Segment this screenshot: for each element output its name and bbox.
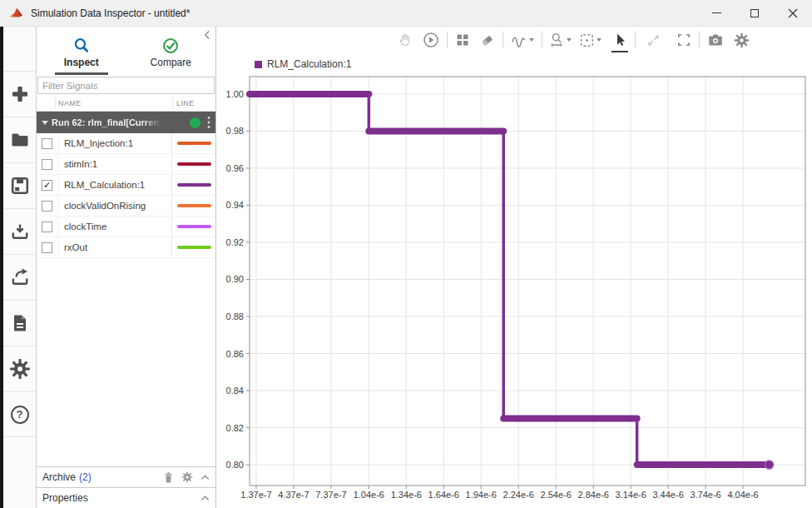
pan-button[interactable] (396, 29, 414, 51)
tab-compare-label: Compare (151, 57, 191, 68)
chevron-up-icon[interactable] (201, 474, 210, 481)
properties-section-header[interactable]: Properties (37, 487, 215, 508)
open-session-button[interactable] (3, 117, 36, 162)
inspect-magnifier-icon (73, 37, 90, 54)
signal-checkbox[interactable] (42, 180, 52, 191)
table-row[interactable]: RLM_Injection:1 (37, 133, 215, 154)
svg-text:3.14e-6: 3.14e-6 (615, 490, 646, 500)
layout-grid-icon (455, 32, 470, 47)
replay-button[interactable] (421, 29, 441, 51)
pointer-select-button[interactable] (611, 29, 629, 51)
diagonal-arrows-icon (646, 32, 661, 48)
svg-text:0.90: 0.90 (226, 274, 244, 284)
tab-inspect[interactable]: Inspect (37, 27, 126, 75)
svg-text:3.44e-6: 3.44e-6 (652, 490, 683, 500)
svg-text:0.84: 0.84 (226, 386, 244, 396)
chevron-up-icon[interactable] (201, 495, 210, 501)
signal-checkbox[interactable] (42, 159, 52, 170)
maximize-plot-button[interactable] (675, 29, 693, 51)
action-sidebar: ? (3, 27, 37, 508)
mode-tabs: Inspect Compare (37, 27, 215, 75)
snapshot-button[interactable] (706, 29, 725, 51)
clear-subplots-button[interactable] (478, 29, 497, 51)
kebab-menu-icon[interactable] (206, 116, 211, 129)
collapse-panel-button[interactable] (201, 29, 213, 41)
minimize-button[interactable] (697, 0, 735, 27)
svg-text:2.84e-6: 2.84e-6 (577, 490, 608, 500)
legend-color-swatch (255, 61, 262, 68)
trash-icon[interactable] (163, 471, 174, 484)
export-icon (10, 267, 30, 287)
plot-settings-button[interactable] (732, 29, 751, 51)
gear-icon (9, 358, 31, 380)
run-group-row[interactable]: Run 62: rlm_final[Current (37, 112, 215, 133)
help-button[interactable]: ? (3, 391, 36, 437)
fit-to-view-button[interactable] (577, 29, 603, 51)
minimize-icon (712, 12, 721, 13)
table-row[interactable]: stimIn:1 (37, 154, 215, 175)
dropdown-caret-icon[interactable] (597, 38, 602, 42)
signal-browser-panel: Inspect Compare NAME LINE Run 62: rlm_fi… (37, 27, 216, 508)
help-icon: ? (11, 406, 29, 424)
svg-text:0.82: 0.82 (226, 423, 244, 433)
replay-icon (423, 32, 439, 48)
archive-settings-gear-icon[interactable] (181, 471, 193, 483)
table-row[interactable]: RLM_Calculation:1 (37, 175, 215, 196)
undock-button[interactable] (644, 29, 663, 51)
svg-text:4.04e-6: 4.04e-6 (727, 490, 758, 500)
table-row[interactable]: clockTime (37, 217, 215, 237)
active-tab-indicator (55, 72, 108, 75)
save-icon (10, 176, 30, 196)
save-session-button[interactable] (3, 162, 36, 208)
toolbar-separator (699, 32, 700, 48)
signal-line-swatch (177, 246, 211, 249)
dropdown-caret-icon[interactable] (529, 38, 534, 42)
svg-text:2.54e-6: 2.54e-6 (541, 490, 572, 500)
svg-text:1.34e-6: 1.34e-6 (391, 490, 422, 500)
svg-text:1.00: 1.00 (226, 89, 244, 99)
report-document-icon (10, 313, 30, 333)
window-title: Simulation Data Inspector - untitled* (31, 7, 190, 19)
legend-label: RLM_Calculation:1 (267, 58, 351, 70)
signal-checkbox[interactable] (42, 242, 52, 253)
subplot-layout-button[interactable] (453, 29, 472, 51)
signal-line-swatch (177, 162, 211, 166)
toolbar-separator (503, 32, 503, 48)
svg-text:1.37e-7: 1.37e-7 (240, 490, 271, 500)
eraser-icon (479, 32, 495, 48)
filter-signals-input[interactable] (37, 77, 215, 94)
signal-wave-icon (511, 32, 527, 47)
zoom-measure-icon (550, 32, 565, 47)
signal-name: clockTime (58, 222, 171, 232)
close-button[interactable] (774, 0, 812, 27)
svg-text:3.74e-6: 3.74e-6 (690, 490, 720, 500)
fullscreen-brackets-icon (676, 32, 691, 47)
import-button[interactable] (3, 208, 36, 254)
archive-section-header[interactable]: Archive (2) (37, 466, 215, 487)
signal-checkbox[interactable] (42, 222, 52, 232)
chevron-left-icon (204, 30, 210, 40)
maximize-button[interactable] (735, 0, 774, 27)
dropdown-caret-icon[interactable] (567, 38, 572, 42)
svg-text:4.37e-7: 4.37e-7 (278, 490, 309, 500)
toolbar-separator (635, 32, 636, 48)
preferences-button[interactable] (3, 346, 36, 391)
name-column-header: NAME (58, 99, 82, 107)
table-row[interactable]: clockValidOnRising (37, 196, 215, 217)
run-status-dot (190, 117, 201, 128)
folder-icon (10, 130, 30, 150)
signal-name: RLM_Injection:1 (58, 138, 171, 148)
plot-legend: RLM_Calculation:1 (255, 58, 351, 70)
new-run-button[interactable] (3, 71, 36, 117)
signal-checkbox[interactable] (42, 138, 52, 149)
zoom-button[interactable] (548, 29, 573, 51)
signal-checkbox[interactable] (42, 201, 52, 212)
export-button[interactable] (3, 254, 36, 300)
table-row[interactable]: rxOut (37, 237, 215, 258)
expand-triangle-icon[interactable] (42, 121, 48, 125)
svg-text:0.80: 0.80 (226, 460, 244, 470)
create-report-button[interactable] (3, 300, 36, 346)
plot-svg[interactable]: 1.37e-74.37e-77.37e-71.04e-61.34e-61.64e… (216, 53, 812, 508)
signal-options-button[interactable] (509, 29, 536, 51)
signal-name: RLM_Calculation:1 (58, 180, 171, 190)
